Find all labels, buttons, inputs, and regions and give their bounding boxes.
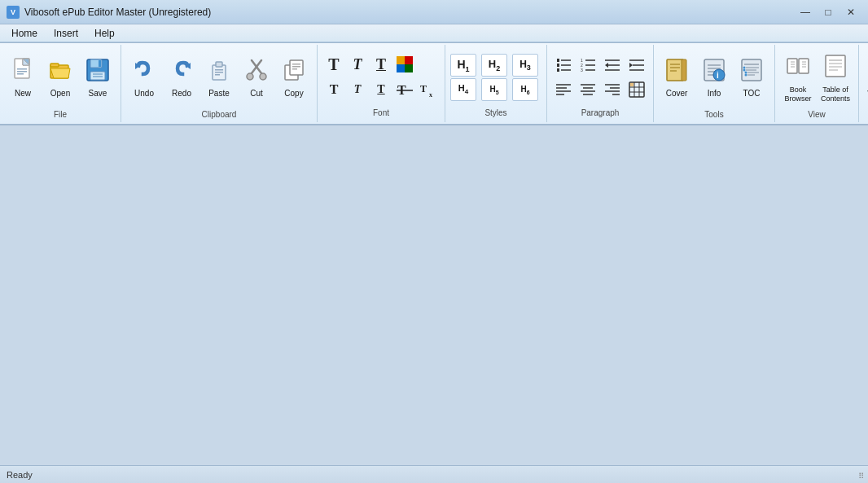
menu-bar: Home Insert Help [0, 24, 868, 42]
svg-rect-94 [787, 59, 797, 73]
main-content-area [0, 125, 868, 465]
ribbon-group-view: BookBrowser Table ofContents [775, 45, 859, 122]
para-table-button[interactable] [625, 78, 648, 101]
paste-button[interactable]: Paste [201, 50, 237, 105]
ribbon-content: New Open [0, 42, 868, 124]
open-icon [47, 57, 73, 87]
svg-point-82 [713, 69, 725, 81]
svg-rect-19 [215, 72, 223, 73]
ribbon: New Open [0, 42, 868, 125]
para-indent-increase-button[interactable] [625, 54, 648, 77]
svg-point-23 [247, 73, 253, 80]
ribbon-group-tools: Cover i Inf [654, 45, 775, 122]
clipboard-group-label: Clipboard [125, 108, 313, 121]
save-button[interactable]: Save [80, 50, 116, 105]
undo-button[interactable]: Undo [126, 50, 162, 105]
svg-rect-7 [50, 64, 59, 67]
copy-button[interactable]: Copy [276, 50, 312, 105]
cover-button[interactable]: Cover [659, 50, 695, 105]
ribbon-group-epub: Validate ePub [859, 45, 868, 122]
menu-home[interactable]: Home [3, 26, 46, 41]
tools-buttons: Cover i Inf [657, 46, 771, 108]
para-align-right-button[interactable] [601, 78, 624, 101]
redo-button[interactable]: Redo [164, 50, 199, 105]
svg-rect-20 [215, 74, 220, 76]
font-t6-button[interactable]: T [370, 78, 392, 101]
menu-help[interactable]: Help [86, 26, 123, 41]
view-buttons: BookBrowser Table ofContents [778, 46, 855, 108]
copy-label: Copy [284, 89, 303, 99]
para-indent-decrease-button[interactable] [601, 54, 624, 77]
color-q2 [405, 56, 413, 64]
new-label: New [15, 89, 31, 99]
menu-insert[interactable]: Insert [46, 26, 86, 41]
font-color-button[interactable] [393, 53, 416, 76]
svg-rect-29 [292, 68, 297, 70]
para-list-ordered-button[interactable]: 1 2 3 [576, 54, 599, 77]
font-row-2: T T T T T [322, 78, 440, 101]
svg-rect-37 [557, 59, 559, 62]
para-list-unordered-button[interactable] [552, 54, 575, 77]
table-of-contents-button[interactable]: Table ofContents [818, 49, 853, 107]
color-q1 [397, 56, 405, 64]
book-browser-label: BookBrowser [784, 86, 811, 103]
tools-group-label: Tools [657, 108, 771, 121]
svg-point-91 [743, 68, 746, 71]
undo-label: Undo [134, 89, 154, 99]
svg-point-90 [743, 66, 746, 68]
info-button[interactable]: i Info [696, 50, 732, 105]
font-t7-button[interactable]: T [393, 78, 416, 101]
view-group-label: View [778, 108, 855, 121]
maximize-button[interactable]: □ [818, 4, 839, 20]
font-t5-button[interactable]: T [346, 78, 369, 101]
paste-icon [206, 57, 232, 87]
ribbon-group-font: T T T [318, 45, 445, 122]
font-t2-button[interactable]: T [346, 53, 369, 76]
svg-rect-95 [799, 59, 809, 73]
save-icon [85, 57, 111, 87]
style-h3-button[interactable]: H3 [512, 54, 538, 77]
svg-point-92 [745, 71, 747, 73]
svg-text:3: 3 [581, 68, 583, 72]
close-button[interactable]: ✕ [840, 4, 861, 20]
minimize-button[interactable]: — [795, 4, 816, 20]
window-controls: — □ ✕ [795, 4, 861, 20]
color-q4 [405, 64, 413, 72]
font-t4-button[interactable]: T [322, 78, 345, 101]
color-quad [397, 56, 413, 72]
style-h6-button[interactable]: H6 [512, 78, 538, 101]
font-group-label: Font [322, 107, 440, 119]
color-q3 [397, 64, 405, 72]
title-bar: V Vibosoft ePub Editor Master (Unregiste… [0, 0, 868, 24]
font-t3-button[interactable]: T [370, 53, 392, 76]
info-label: Info [708, 89, 721, 99]
validate-button[interactable]: Validate [864, 50, 868, 105]
font-t1-button[interactable]: T [322, 53, 345, 76]
status-bar: Ready ⠿ [0, 465, 868, 483]
styles-group-label: Styles [450, 107, 541, 119]
style-h2-button[interactable]: H2 [481, 54, 507, 77]
toc-button[interactable]: TOC [734, 50, 769, 105]
new-button[interactable]: New [5, 50, 41, 105]
style-h5-button[interactable]: H5 [481, 78, 507, 101]
app-icon: V [7, 6, 20, 19]
cover-icon [664, 57, 690, 87]
epub-buttons: Validate [862, 46, 868, 108]
book-browser-button[interactable]: BookBrowser [780, 49, 816, 107]
toc-icon [739, 57, 765, 87]
para-align-left-button[interactable] [552, 78, 575, 101]
open-button[interactable]: Open [42, 50, 78, 105]
resize-handle[interactable]: ⠿ [855, 470, 866, 481]
ribbon-group-file: New Open [0, 45, 121, 122]
font-t8-button[interactable]: T x [417, 78, 440, 101]
svg-point-93 [745, 73, 747, 76]
para-align-center-button[interactable] [576, 78, 599, 101]
cover-label: Cover [666, 89, 688, 99]
redo-label: Redo [172, 89, 191, 99]
cut-button[interactable]: Cut [239, 50, 274, 105]
style-h4-button[interactable]: H4 [450, 78, 476, 101]
open-label: Open [50, 89, 70, 99]
cut-icon [243, 57, 270, 87]
style-h1-button[interactable]: H1 [450, 54, 476, 77]
svg-rect-71 [630, 83, 633, 86]
